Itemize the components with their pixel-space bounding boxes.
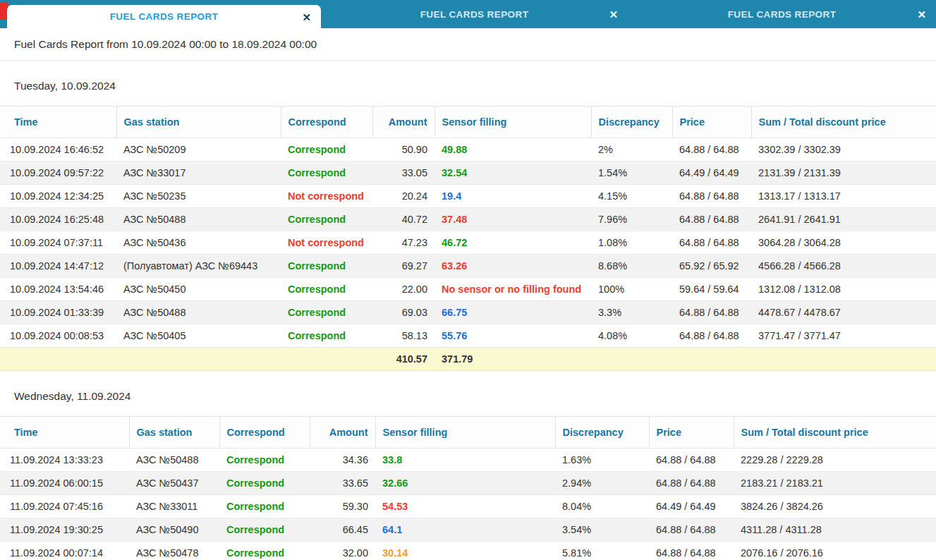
table-header-row: TimeGas stationCorrespondAmountSensor fi… <box>0 417 936 449</box>
cell-sum-total-discount-price: 3064.28 / 3064.28 <box>751 231 936 255</box>
cell-correspond: Not correspond <box>281 231 372 255</box>
cell-discrepancy: 7.96% <box>591 208 672 231</box>
cell-sensor-filling: 54.53 <box>375 495 555 518</box>
cell-gas-station: АЗС №50450 <box>116 278 281 301</box>
cell-gas-station: АЗС №50235 <box>116 185 281 208</box>
cell-amount: 32.00 <box>310 542 375 560</box>
cell-discrepancy: 1.63% <box>555 449 649 472</box>
cell-amount: 33.05 <box>372 162 434 185</box>
total-sensor-filling: 371.79 <box>434 348 591 371</box>
cell-price: 64.88 / 64.88 <box>649 472 734 495</box>
cell-time: 11.09.2024 13:33:23 <box>0 449 129 472</box>
column-header-sensor-filling: Sensor filling <box>434 106 591 138</box>
cell-gas-station: АЗС №50437 <box>129 472 219 495</box>
column-header-amount: Amount <box>372 106 434 138</box>
cell-price: 59.64 / 59.64 <box>672 278 751 301</box>
cell-time: 11.09.2024 19:30:25 <box>0 518 129 542</box>
cell-price: 64.88 / 64.88 <box>649 518 734 542</box>
cell-gas-station: АЗС №50405 <box>116 324 281 348</box>
cell-sum-total-discount-price: 3771.47 / 3771.47 <box>751 324 936 348</box>
table-row: 10.09.2024 09:57:22АЗС №33017Correspond3… <box>0 162 936 185</box>
table-header-row: TimeGas stationCorrespondAmountSensor fi… <box>0 106 936 138</box>
tab-label: FUEL CARDS REPORT <box>110 11 219 22</box>
table-row: 10.09.2024 13:54:46АЗС №50450Correspond2… <box>0 278 936 301</box>
cell-sensor-filling: 66.75 <box>434 301 591 324</box>
report-title: Fuel Cards Report from 10.09.2024 00:00 … <box>0 28 936 61</box>
cell-price: 64.88 / 64.88 <box>672 185 751 208</box>
column-header-sum-total-discount-price: Sum / Total discount price <box>734 417 936 449</box>
table-row: 11.09.2024 06:00:15АЗС №50437Correspond3… <box>0 472 936 495</box>
cell-sum-total-discount-price: 2229.28 / 2229.28 <box>734 449 936 472</box>
cell-amount: 69.27 <box>372 255 434 278</box>
cell-gas-station: АЗС №50478 <box>129 542 219 560</box>
column-header-correspond: Correspond <box>219 417 310 449</box>
day-section: Tuesday, 10.09.2024TimeGas stationCorres… <box>0 61 936 371</box>
cell-time: 10.09.2024 09:57:22 <box>0 162 116 185</box>
cell-sensor-filling: 64.1 <box>375 518 555 542</box>
cell-discrepancy: 2% <box>591 138 672 162</box>
cell-price: 64.88 / 64.88 <box>649 449 734 472</box>
cell-gas-station: АЗС №50490 <box>129 518 219 542</box>
close-icon[interactable]: ✕ <box>609 9 618 20</box>
column-header-price: Price <box>649 417 734 449</box>
cell-correspond: Correspond <box>281 208 372 231</box>
totals-spacer <box>591 348 936 371</box>
cell-gas-station: АЗС №50488 <box>116 208 281 231</box>
cell-time: 10.09.2024 16:25:48 <box>0 208 116 231</box>
close-icon[interactable]: ✕ <box>917 9 926 20</box>
tab-fuel-cards-report-1[interactable]: FUEL CARDS REPORT ✕ <box>7 5 321 28</box>
cell-time: 11.09.2024 00:07:14 <box>0 542 129 560</box>
column-header-correspond: Correspond <box>281 106 372 138</box>
column-header-gas-station: Gas station <box>129 417 219 449</box>
table-row: 11.09.2024 19:30:25АЗС №50490Correspond6… <box>0 518 936 542</box>
cell-gas-station: АЗС №33011 <box>129 495 219 518</box>
cell-amount: 66.45 <box>310 518 375 542</box>
cell-sensor-filling: No sensor or no filling found <box>434 278 591 301</box>
cell-time: 11.09.2024 07:45:16 <box>0 495 129 518</box>
table-row: 11.09.2024 13:33:23АЗС №50488Correspond3… <box>0 449 936 472</box>
cell-sum-total-discount-price: 2131.39 / 2131.39 <box>751 162 936 185</box>
cell-gas-station: АЗС №50488 <box>116 301 281 324</box>
cell-time: 10.09.2024 07:37:11 <box>0 231 116 255</box>
cell-correspond: Correspond <box>281 255 372 278</box>
close-icon[interactable]: ✕ <box>302 11 311 22</box>
cell-correspond: Correspond <box>219 472 310 495</box>
cell-amount: 50.90 <box>372 138 434 162</box>
cell-amount: 33.65 <box>310 472 375 495</box>
table-row: 10.09.2024 07:37:11АЗС №50436Not corresp… <box>0 231 936 255</box>
cell-correspond: Correspond <box>219 542 310 560</box>
tab-fuel-cards-report-3[interactable]: FUEL CARDS REPORT ✕ <box>628 0 936 28</box>
cell-amount: 22.00 <box>372 278 434 301</box>
cell-correspond: Correspond <box>281 278 372 301</box>
cell-amount: 20.24 <box>372 185 434 208</box>
column-header-sensor-filling: Sensor filling <box>375 417 555 449</box>
cell-correspond: Correspond <box>281 301 372 324</box>
cell-discrepancy: 8.68% <box>591 255 672 278</box>
cell-amount: 58.13 <box>372 324 434 348</box>
cell-discrepancy: 4.08% <box>591 324 672 348</box>
column-header-gas-station: Gas station <box>116 106 281 138</box>
cell-amount: 34.36 <box>310 449 375 472</box>
table-row: 10.09.2024 14:47:12(Полуавтомат) АЗС №69… <box>0 255 936 278</box>
cell-gas-station: АЗС №50209 <box>116 138 281 162</box>
cell-sensor-filling: 63.26 <box>434 255 591 278</box>
cell-sensor-filling: 49.88 <box>434 138 591 162</box>
fuel-report-table: TimeGas stationCorrespondAmountSensor fi… <box>0 416 936 560</box>
cell-sensor-filling: 30.14 <box>375 542 555 560</box>
total-amount: 410.57 <box>372 348 434 371</box>
totals-row: 410.57371.79 <box>0 348 936 371</box>
cell-discrepancy: 1.08% <box>591 231 672 255</box>
cell-correspond: Correspond <box>281 324 372 348</box>
cell-sensor-filling: 32.66 <box>375 472 555 495</box>
cell-amount: 69.03 <box>372 301 434 324</box>
cell-discrepancy: 3.3% <box>591 301 672 324</box>
cell-amount: 40.72 <box>372 208 434 231</box>
tab-label: FUEL CARDS REPORT <box>420 9 529 20</box>
table-row: 10.09.2024 00:08:53АЗС №50405Correspond5… <box>0 324 936 348</box>
tab-fuel-cards-report-2[interactable]: FUEL CARDS REPORT ✕ <box>321 0 628 28</box>
day-heading: Tuesday, 10.09.2024 <box>0 61 936 106</box>
cell-sensor-filling: 46.72 <box>434 231 591 255</box>
cell-sum-total-discount-price: 4478.67 / 4478.67 <box>751 301 936 324</box>
cell-sum-total-discount-price: 2183.21 / 2183.21 <box>734 472 936 495</box>
tab-bar: FUEL CARDS REPORT ✕ FUEL CARDS REPORT ✕ … <box>0 0 936 28</box>
